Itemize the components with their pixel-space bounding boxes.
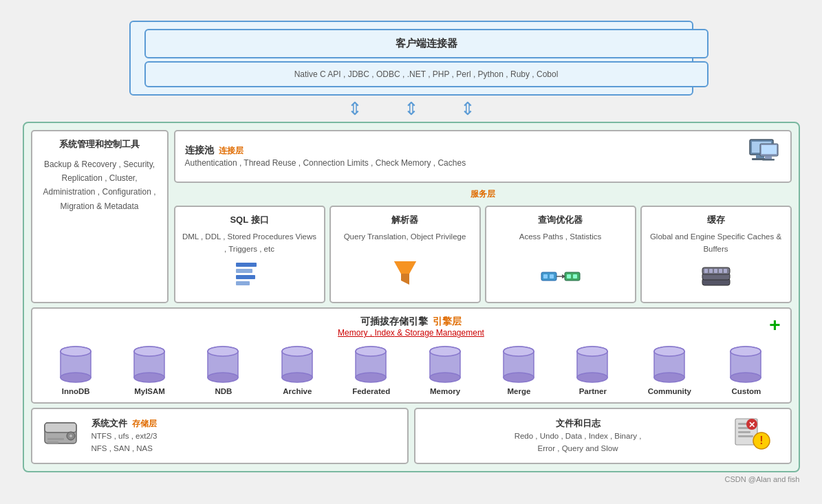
files-logs-content: 文件和日志 Redo , Undo , Data , Index , Binar… — [425, 417, 731, 455]
svg-rect-28 — [719, 269, 722, 273]
client-connector-box: 客户端连接器 Native C API , JDBC , ODBC , .NET… — [129, 21, 693, 96]
cache-icon — [699, 259, 733, 295]
storage-engine-subtitle: Memory , Index & Storage Management — [39, 328, 783, 338]
mysql-server-box: MySQL Server 系统管理和控制工具 Backup & Recovery… — [23, 122, 800, 473]
arrow-icon-2: ⇕ — [404, 100, 419, 118]
arrow-icon-1: ⇕ — [347, 100, 363, 118]
bottom-row: 系统文件 存储层 NTFS , ufs , ext2/3 NFS , SAN ,… — [31, 408, 792, 464]
system-files-panel: 系统文件 存储层 NTFS , ufs , ext2/3 NFS , SAN ,… — [31, 408, 409, 464]
svg-rect-26 — [709, 269, 713, 273]
engine-ndb-label: NDB — [215, 387, 232, 395]
svg-point-65 — [654, 347, 684, 356]
optimizer-panel: 查询优化器 Acess Paths , Statistics — [485, 206, 636, 304]
svg-rect-25 — [704, 269, 708, 273]
parser-panel: 解析器 Query Translation, Object Privilege — [329, 206, 481, 304]
sql-panel-title: SQL 接口 — [230, 214, 268, 226]
svg-rect-5 — [761, 145, 777, 154]
engine-merge-label: Merge — [508, 387, 531, 395]
engine-archive: Archive — [279, 343, 316, 395]
svg-rect-15 — [543, 274, 548, 278]
svg-rect-20 — [567, 274, 571, 278]
conn-pool-title: 连接池 连接层 — [185, 144, 466, 157]
engine-memory: Memory — [426, 343, 464, 395]
optimizer-panel-title: 查询优化器 — [538, 214, 583, 226]
engine-merge: Merge — [500, 343, 538, 395]
svg-point-45 — [282, 347, 312, 356]
engine-federated-label: Federated — [352, 387, 390, 395]
svg-point-44 — [282, 373, 312, 382]
sql-interface-panel: SQL 接口 DML , DDL , Stored Procedures Vie… — [174, 206, 325, 304]
engine-custom-label: Custom — [731, 387, 761, 395]
client-subtitle: Native C API , JDBC , ODBC , .NET , PHP … — [144, 61, 709, 87]
svg-text:!: ! — [759, 435, 763, 446]
client-title: 客户端连接器 — [144, 29, 709, 58]
svg-marker-13 — [394, 261, 416, 274]
disk-icon — [42, 416, 83, 456]
right-section: 连接池 连接层 Authentication , Thread Reuse , … — [174, 130, 792, 304]
optimizer-icon — [540, 263, 581, 295]
svg-rect-27 — [714, 269, 717, 273]
system-tools-panel: 系统管理和控制工具 Backup & Recovery , Security, … — [31, 130, 169, 304]
engine-custom: Custom — [727, 343, 765, 395]
connection-pool-box: 连接池 连接层 Authentication , Thread Reuse , … — [174, 130, 792, 183]
optimizer-panel-body: Acess Paths , Statistics — [519, 230, 602, 259]
svg-rect-11 — [236, 281, 250, 285]
storage-engine-title: 可插拔存储引擎 引擎层 — [39, 316, 783, 328]
engine-partner: Partner — [574, 343, 612, 395]
svg-point-41 — [208, 347, 238, 356]
engine-community: Community — [648, 343, 691, 395]
svg-point-32 — [61, 373, 91, 382]
sql-icon — [232, 259, 267, 295]
engine-community-label: Community — [648, 387, 691, 395]
conn-pool-body: Authentication , Thread Reuse , Connecti… — [185, 158, 466, 168]
arrows-row: ⇕ ⇕ ⇕ — [23, 100, 800, 118]
top-row: 系统管理和控制工具 Backup & Recovery , Security, … — [31, 130, 792, 304]
svg-rect-7 — [762, 159, 775, 161]
system-tools-body: Backup & Recovery , Security, Replicatio… — [39, 157, 160, 214]
svg-rect-75 — [47, 441, 58, 443]
svg-rect-29 — [724, 269, 727, 273]
parser-panel-body: Query Translation, Object Privilege — [344, 230, 466, 254]
svg-rect-16 — [550, 274, 554, 278]
engine-innodb-label: InnoDB — [62, 387, 90, 395]
svg-point-60 — [577, 373, 607, 382]
engines-row: InnoDB MyISAM — [39, 343, 783, 395]
engine-myisam-label: MyISAM — [134, 387, 165, 395]
svg-point-52 — [430, 373, 460, 382]
watermark: CSDN @Alan and fish — [23, 475, 800, 483]
files-logs-body: Redo , Undo , Data , Index , Binary , Er… — [425, 430, 731, 455]
sql-panel-body: DML , DDL , Stored Procedures Views , Tr… — [182, 230, 317, 256]
files-logs-panel: 文件和日志 Redo , Undo , Data , Index , Binar… — [414, 408, 792, 464]
cache-panel-title: 缓存 — [707, 214, 725, 226]
svg-point-64 — [654, 373, 684, 382]
svg-point-68 — [731, 373, 761, 382]
system-files-body: NTFS , ufs , ext2/3 NFS , SAN , NAS — [91, 430, 158, 455]
svg-point-36 — [134, 373, 164, 382]
arrow-icon-3: ⇕ — [460, 100, 475, 118]
files-icon: ! ✕ — [731, 416, 772, 456]
storage-engine-section: 可插拔存储引擎 引擎层 Memory , Index & Storage Man… — [31, 307, 792, 404]
add-engine-icon[interactable]: + — [769, 314, 780, 336]
system-tools-title: 系统管理和控制工具 — [39, 138, 160, 151]
svg-point-57 — [504, 347, 534, 356]
engine-partner-label: Partner — [579, 387, 607, 395]
svg-point-49 — [356, 347, 386, 356]
svg-rect-10 — [236, 275, 255, 279]
engine-archive-label: Archive — [283, 387, 312, 395]
cache-panel-body: Global and Engine Specific Caches & Buff… — [649, 230, 783, 256]
svg-rect-9 — [236, 269, 252, 273]
svg-point-40 — [208, 373, 238, 382]
computer-icon — [746, 138, 781, 175]
svg-point-37 — [134, 347, 164, 356]
funnel-icon — [389, 257, 422, 295]
svg-rect-80 — [738, 435, 753, 437]
svg-rect-71 — [45, 423, 76, 432]
svg-rect-6 — [765, 156, 772, 159]
four-panels: SQL 接口 DML , DDL , Stored Procedures Vie… — [174, 206, 792, 304]
svg-point-69 — [731, 347, 761, 356]
svg-text:✕: ✕ — [748, 420, 755, 430]
cache-panel: 缓存 Global and Engine Specific Caches & B… — [640, 206, 792, 304]
svg-point-61 — [577, 347, 607, 356]
svg-point-56 — [504, 373, 534, 382]
svg-point-53 — [430, 347, 460, 356]
